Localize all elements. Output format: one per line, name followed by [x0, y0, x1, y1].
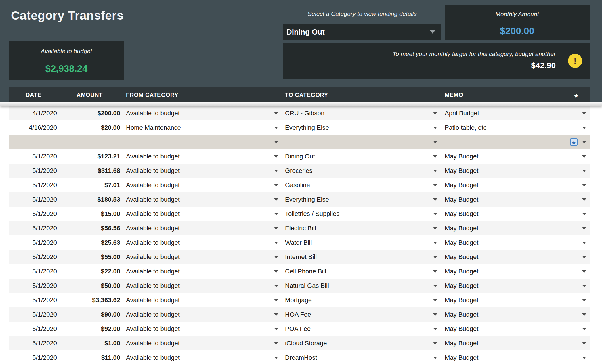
from-category-cell[interactable]: Available to budget	[122, 207, 279, 221]
memo-cell[interactable]: *	[438, 135, 590, 149]
dropdown-chevron-icon[interactable]	[582, 155, 586, 158]
memo-cell[interactable]: April Budget	[438, 106, 590, 120]
dropdown-chevron-icon[interactable]	[433, 270, 437, 273]
to-category-cell[interactable]: Groceries	[279, 164, 438, 178]
dropdown-chevron-icon[interactable]	[433, 342, 437, 345]
dropdown-chevron-icon[interactable]	[582, 357, 586, 359]
memo-cell[interactable]: May Budget	[438, 192, 590, 207]
from-category-cell[interactable]: Available to budget	[122, 279, 279, 293]
date-cell[interactable]: 5/1/2020	[9, 307, 59, 322]
date-cell[interactable]: 5/1/2020	[9, 293, 59, 307]
dropdown-chevron-icon[interactable]	[433, 227, 437, 230]
memo-cell[interactable]: May Budget	[438, 264, 590, 279]
amount-cell[interactable]: $200.00	[59, 106, 122, 120]
amount-cell[interactable]: $311.68	[59, 164, 122, 178]
amount-cell[interactable]: $55.00	[59, 250, 122, 264]
from-category-cell[interactable]: Available to budget	[122, 149, 279, 164]
dropdown-chevron-icon[interactable]	[582, 127, 586, 129]
amount-cell[interactable]: $1.00	[59, 336, 122, 350]
dropdown-chevron-icon[interactable]	[274, 112, 278, 115]
to-category-cell[interactable]: Toiletries / Supplies	[279, 207, 438, 221]
amount-cell[interactable]: $56.56	[59, 221, 122, 235]
amount-cell[interactable]: $20.00	[59, 120, 122, 135]
dropdown-chevron-icon[interactable]	[582, 112, 586, 115]
dropdown-chevron-icon[interactable]	[274, 213, 278, 215]
to-category-cell[interactable]: iCloud Storage	[279, 336, 438, 350]
memo-cell[interactable]: May Budget	[438, 336, 590, 350]
date-cell[interactable]: 5/1/2020	[9, 250, 59, 264]
dropdown-chevron-icon[interactable]	[433, 184, 437, 187]
date-cell[interactable]: 5/1/2020	[9, 235, 59, 250]
dropdown-chevron-icon[interactable]	[582, 299, 586, 302]
memo-cell[interactable]: May Budget	[438, 178, 590, 192]
dropdown-chevron-icon[interactable]	[274, 285, 278, 287]
to-category-cell[interactable]: Water Bill	[279, 235, 438, 250]
dropdown-chevron-icon[interactable]	[274, 328, 278, 330]
amount-cell[interactable]: $7.01	[59, 178, 122, 192]
from-category-cell[interactable]: Available to budget	[122, 106, 279, 120]
dropdown-chevron-icon[interactable]	[433, 112, 437, 115]
memo-cell[interactable]: May Budget	[438, 307, 590, 322]
dropdown-chevron-icon[interactable]	[582, 270, 586, 273]
date-cell[interactable]: 4/16/2020	[9, 120, 59, 135]
dropdown-chevron-icon[interactable]	[582, 285, 586, 287]
dropdown-chevron-icon[interactable]	[274, 141, 278, 143]
dropdown-chevron-icon[interactable]	[433, 155, 437, 158]
amount-cell[interactable]: $15.00	[59, 207, 122, 221]
amount-cell[interactable]: $3,363.62	[59, 293, 122, 307]
dropdown-chevron-icon[interactable]	[582, 313, 586, 316]
to-category-cell[interactable]: Dining Out	[279, 149, 438, 164]
to-category-cell[interactable]: Everything Else	[279, 120, 438, 135]
date-cell[interactable]: 4/1/2020	[9, 106, 59, 120]
from-category-cell[interactable]: Available to budget	[122, 293, 279, 307]
from-category-cell[interactable]: Available to budget	[122, 221, 279, 235]
category-dropdown[interactable]: Dining Out	[283, 24, 441, 40]
to-category-cell[interactable]: Everything Else	[279, 192, 438, 207]
to-category-cell[interactable]: Mortgage	[279, 293, 438, 307]
dropdown-chevron-icon[interactable]	[582, 342, 586, 345]
memo-cell[interactable]: May Budget	[438, 149, 590, 164]
dropdown-chevron-icon[interactable]	[433, 328, 437, 330]
dropdown-chevron-icon[interactable]	[433, 357, 437, 359]
memo-cell[interactable]: May Budget	[438, 235, 590, 250]
dropdown-chevron-icon[interactable]	[582, 242, 586, 244]
to-category-cell[interactable]: Electric Bill	[279, 221, 438, 235]
to-category-cell[interactable]: HOA Fee	[279, 307, 438, 322]
memo-cell[interactable]: May Budget	[438, 350, 590, 364]
dropdown-chevron-icon[interactable]	[274, 227, 278, 230]
dropdown-chevron-icon[interactable]	[582, 328, 586, 330]
dropdown-chevron-icon[interactable]	[582, 213, 586, 215]
dropdown-chevron-icon[interactable]	[433, 213, 437, 215]
dropdown-chevron-icon[interactable]	[582, 141, 586, 143]
to-category-cell[interactable]	[279, 135, 438, 149]
to-category-cell[interactable]: DreamHost	[279, 350, 438, 364]
dropdown-chevron-icon[interactable]	[433, 127, 437, 129]
date-cell[interactable]: 5/1/2020	[9, 221, 59, 235]
from-category-cell[interactable]: Available to budget	[122, 350, 279, 364]
date-cell[interactable]: 5/1/2020	[9, 149, 59, 164]
horizontal-scrollbar[interactable]	[0, 102, 602, 106]
dropdown-chevron-icon[interactable]	[433, 198, 437, 201]
from-category-cell[interactable]: Available to budget	[122, 322, 279, 336]
date-cell[interactable]: 5/1/2020	[9, 336, 59, 350]
date-cell[interactable]	[9, 135, 59, 149]
memo-cell[interactable]: Patio table, etc	[438, 120, 590, 135]
memo-cell[interactable]: May Budget	[438, 207, 590, 221]
dropdown-chevron-icon[interactable]	[274, 242, 278, 244]
dropdown-chevron-icon[interactable]	[433, 242, 437, 244]
dropdown-chevron-icon[interactable]	[274, 198, 278, 201]
dropdown-chevron-icon[interactable]	[274, 270, 278, 273]
to-category-cell[interactable]: Cell Phone Bill	[279, 264, 438, 279]
date-cell[interactable]: 5/1/2020	[9, 164, 59, 178]
from-category-cell[interactable]: Available to budget	[122, 235, 279, 250]
date-cell[interactable]: 5/1/2020	[9, 178, 59, 192]
amount-cell[interactable]: $50.00	[59, 279, 122, 293]
date-cell[interactable]: 5/1/2020	[9, 264, 59, 279]
dropdown-chevron-icon[interactable]	[582, 256, 586, 258]
to-category-cell[interactable]: Gasoline	[279, 178, 438, 192]
amount-cell[interactable]: $92.00	[59, 322, 122, 336]
amount-cell[interactable]: $11.00	[59, 350, 122, 364]
date-cell[interactable]: 5/1/2020	[9, 350, 59, 364]
from-category-cell[interactable]	[122, 135, 279, 149]
from-category-cell[interactable]: Available to budget	[122, 164, 279, 178]
